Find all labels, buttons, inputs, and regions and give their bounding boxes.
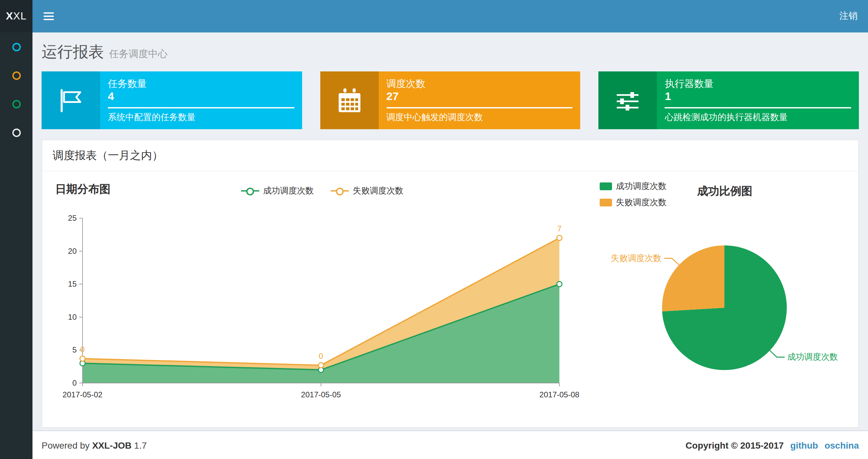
copyright-text: Copyright © 2015-2017	[685, 440, 783, 450]
flag-icon	[41, 71, 100, 129]
pie-chart-legend: 成功调度次数 失败调度次数	[600, 181, 666, 208]
svg-text:5: 5	[72, 346, 77, 354]
navbar: 注销	[32, 0, 868, 32]
date-distribution-chart: 05101520252017-05-022017-05-052017-05-08…	[53, 206, 592, 414]
info-box-value: 4	[108, 90, 294, 103]
top-navbar: XXL 注销	[0, 0, 868, 32]
github-link[interactable]: github	[790, 440, 818, 450]
legend-item-success[interactable]: 成功调度次数	[241, 185, 314, 197]
svg-text:25: 25	[68, 214, 77, 222]
app-root: XXL 注销 运行报表任务调度中心	[0, 0, 868, 459]
svg-text:2017-05-05: 2017-05-05	[301, 390, 341, 399]
info-box-jobs: 任务数量 4 系统中配置的任务数量	[41, 71, 302, 129]
powered-by: Powered by XXL-JOB 1.7	[41, 440, 147, 450]
page-header: 运行报表任务调度中心	[32, 32, 868, 62]
legend-item-fail[interactable]: 失败调度次数	[600, 197, 666, 208]
line-series-marker-icon	[331, 187, 349, 195]
circle-outline-icon	[12, 128, 21, 137]
svg-text:2017-05-08: 2017-05-08	[539, 390, 580, 399]
success-ratio-pie-chart: 成功调度次数失败调度次数	[592, 209, 848, 397]
legend-label: 成功调度次数	[616, 181, 666, 192]
progress-line	[665, 107, 851, 108]
pie-swatch-icon	[600, 199, 612, 206]
svg-text:20: 20	[68, 247, 77, 256]
calendar-icon	[320, 71, 378, 129]
info-box-title: 调度次数	[386, 77, 572, 90]
progress-line	[108, 107, 294, 108]
footer: Powered by XXL-JOB 1.7 Copyright © 2015-…	[32, 430, 868, 459]
sidebar-item-3[interactable]	[0, 90, 32, 118]
svg-text:2017-05-02: 2017-05-02	[63, 390, 103, 399]
svg-text:成功调度次数: 成功调度次数	[787, 352, 838, 362]
legend-item-fail[interactable]: 失败调度次数	[331, 185, 403, 197]
legend-item-success[interactable]: 成功调度次数	[600, 181, 666, 192]
page-title-text: 运行报表	[41, 43, 104, 60]
sliders-icon	[599, 71, 657, 129]
progress-line	[386, 107, 572, 108]
info-box-value: 27	[386, 90, 572, 103]
panel-title: 调度报表（一月之内）	[42, 140, 858, 171]
info-box-title: 任务数量	[108, 77, 294, 90]
info-box-description: 系统中配置的任务数量	[108, 112, 294, 123]
svg-text:7: 7	[557, 224, 561, 233]
svg-text:0: 0	[72, 379, 77, 387]
summary-boxes: 任务数量 4 系统中配置的任务数量	[41, 71, 859, 129]
page-title: 运行报表任务调度中心	[41, 41, 859, 62]
circle-outline-icon	[12, 42, 21, 51]
info-box-description: 心跳检测成功的执行器机器数量	[665, 112, 851, 123]
legend-label: 失败调度次数	[353, 185, 403, 197]
success-ratio-section: 成功调度次数 失败调度次数 成功比例图 成功调度次数失败调度次数	[592, 179, 848, 417]
legend-label: 成功调度次数	[263, 185, 314, 197]
line-series-marker-icon	[241, 187, 259, 195]
content-area: 运行报表任务调度中心 任务数量 4 系统中配置的任务数量	[32, 32, 868, 428]
oschina-link[interactable]: oschina	[825, 440, 859, 450]
info-box-title: 执行器数量	[665, 77, 851, 90]
app-logo[interactable]: XXL	[0, 0, 32, 32]
line-chart-legend: 成功调度次数 失败调度次数	[53, 185, 592, 197]
date-distribution-section: 日期分布图 成功调度次数 失败调度次数 0510152	[53, 179, 592, 417]
version-text: 1.7	[134, 440, 147, 450]
sidebar-item-4[interactable]	[0, 118, 32, 147]
logo-bold: X	[6, 10, 13, 22]
logo-rest: XL	[13, 10, 27, 22]
info-box-value: 1	[665, 90, 851, 103]
sidebar-toggle-button[interactable]	[32, 10, 65, 22]
info-box-description: 调度中心触发的调度次数	[386, 112, 572, 123]
logout-link[interactable]: 注销	[829, 10, 868, 22]
svg-text:0: 0	[319, 352, 323, 360]
info-box-executors: 执行器数量 1 心跳检测成功的执行器机器数量	[599, 71, 859, 129]
svg-text:15: 15	[68, 280, 77, 288]
circle-outline-icon	[12, 100, 21, 108]
legend-label: 失败调度次数	[616, 197, 666, 208]
sidebar-item-1[interactable]	[0, 32, 32, 61]
circle-outline-icon	[12, 71, 21, 79]
svg-text:0: 0	[80, 345, 85, 354]
svg-text:10: 10	[68, 313, 77, 321]
hamburger-icon	[43, 12, 54, 13]
page-subtitle: 任务调度中心	[109, 48, 167, 59]
sidebar-item-2[interactable]	[0, 61, 32, 90]
sidebar	[0, 32, 32, 459]
brand-name: XXL-JOB	[92, 440, 131, 450]
info-box-triggers: 调度次数 27 调度中心触发的调度次数	[320, 71, 580, 129]
pie-chart-title: 成功比例图	[697, 184, 752, 199]
svg-text:失败调度次数: 失败调度次数	[611, 253, 662, 263]
report-panel: 调度报表（一月之内） 日期分布图 成功调度次数 失败调	[41, 139, 859, 428]
pie-swatch-icon	[600, 183, 612, 190]
